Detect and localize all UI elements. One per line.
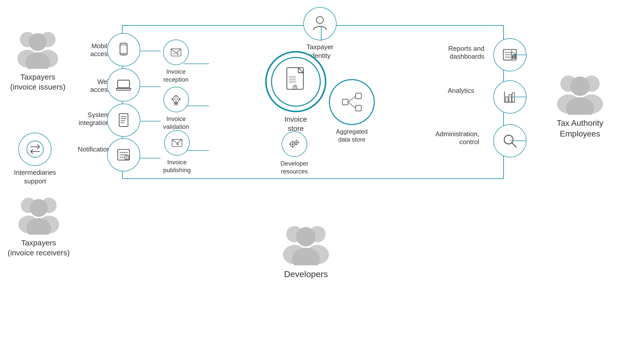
svg-rect-91: [506, 97, 508, 102]
developer-resources-node: Developer resources: [280, 131, 308, 175]
web-access-label-text: Web access: [78, 78, 111, 94]
tax-authority-label: Tax Authority Employees: [557, 118, 603, 139]
svg-rect-88: [514, 54, 516, 59]
developer-resources-circle: [282, 131, 307, 157]
svg-rect-81: [298, 142, 299, 143]
invoice-store-outer-circle: 01010 10101 01010: [265, 51, 326, 112]
svg-rect-54: [179, 98, 181, 100]
svg-line-95: [512, 143, 516, 147]
svg-rect-66: [356, 105, 361, 111]
invoice-validation-node: Invoice validation: [163, 87, 189, 131]
tax-authority-group: Tax Authority Employees: [552, 71, 608, 139]
svg-point-100: [570, 77, 590, 96]
invoice-store-node: 01010 10101 01010 Invoice store: [265, 51, 326, 133]
svg-point-73: [296, 142, 297, 143]
invoice-publishing-node: Invoice publishing: [163, 130, 191, 174]
intermediaries-circle: [18, 133, 51, 166]
mobile-access-circle: [107, 33, 140, 66]
person-icon: [311, 15, 329, 32]
system-integration-label: System integration: [69, 111, 110, 127]
envelope-return-icon: [170, 136, 184, 150]
svg-rect-75: [292, 146, 293, 147]
svg-point-71: [292, 143, 293, 145]
notifications-icon: [115, 146, 132, 164]
svg-rect-79: [296, 144, 297, 145]
taxpayers-issuers-label: Taxpayers (invoice issuers): [10, 72, 66, 92]
invoice-validation-circle: [163, 87, 189, 112]
diagram-container: Taxpayers (invoice issuers) Intermediari…: [0, 0, 644, 349]
mobile-access-label: Mobile access: [78, 42, 111, 58]
administration-control-circle: [493, 124, 526, 157]
svg-text:01010: 01010: [289, 81, 296, 83]
system-integration-node: [107, 104, 140, 137]
svg-rect-74: [292, 141, 293, 142]
analytics-label-text: Analytics: [428, 87, 474, 95]
reports-dashboards-label-text: Reports and dashboards: [433, 45, 484, 60]
invoice-store-inner-circle: 01010 10101 01010: [271, 57, 321, 107]
taxpayers-receivers-group: Taxpayers (invoice receivers): [8, 194, 70, 258]
reports-dashboards-node: [493, 38, 526, 71]
invoice-publishing-circle: [164, 130, 190, 156]
svg-point-64: [294, 87, 295, 88]
svg-point-50: [175, 98, 177, 101]
analytics-node: [493, 80, 526, 114]
notifications-node: [107, 138, 140, 171]
svg-point-106: [296, 227, 316, 246]
aggregated-store-circle: [329, 79, 375, 125]
invoice-validation-label: Invoice validation: [163, 115, 189, 131]
svg-rect-92: [509, 95, 511, 102]
dev-gears-icon: [288, 138, 301, 151]
invoice-store-icon: 01010 10101 01010: [282, 66, 310, 97]
web-access-circle: [107, 68, 140, 102]
svg-rect-87: [512, 55, 514, 59]
taxpayers-receivers-icon: [13, 194, 64, 235]
developer-resources-label: Developer resources: [280, 159, 308, 175]
laptop-icon: [115, 76, 132, 94]
aggregated-data-store-node: Aggregated data store: [329, 79, 375, 143]
svg-point-21: [27, 141, 43, 158]
aggregated-data-store-label: Aggregated data store: [336, 128, 368, 143]
svg-rect-65: [356, 93, 361, 99]
reports-dashboards-circle: [493, 38, 526, 71]
web-access-node: [107, 68, 140, 102]
invoice-reception-label: Invoice reception: [163, 68, 189, 83]
svg-point-26: [30, 199, 48, 217]
svg-point-49: [173, 96, 179, 102]
invoice-reception-circle: [163, 40, 189, 65]
report-icon: [501, 46, 519, 64]
svg-rect-51: [175, 95, 177, 96]
developers-label: Developers: [284, 268, 328, 280]
administration-control-node: [493, 124, 526, 157]
svg-rect-33: [118, 80, 130, 88]
taxpayers-receivers-label: Taxpayers (invoice receivers): [8, 238, 70, 258]
svg-rect-44: [125, 156, 129, 159]
intermediaries-label: Intermediaries support: [14, 168, 56, 186]
svg-rect-80: [294, 142, 295, 143]
gear-badge-icon: [169, 93, 183, 106]
developers-icon: [278, 222, 334, 265]
invoice-reception-node: Invoice reception: [163, 40, 189, 83]
svg-rect-35: [119, 114, 128, 127]
taxpayers-issuers-group: Taxpayers (invoice issuers): [10, 28, 66, 92]
intermediaries-icon: [26, 140, 44, 158]
svg-rect-32: [118, 80, 130, 88]
invoice-publishing-label: Invoice publishing: [163, 158, 191, 174]
svg-rect-53: [172, 98, 173, 100]
envelope-arrow-icon: [169, 46, 183, 59]
svg-rect-76: [289, 143, 290, 145]
svg-line-69: [348, 102, 356, 108]
intermediaries-node: Intermediaries support: [14, 133, 56, 186]
mobile-access-node: [107, 33, 140, 66]
svg-point-19: [29, 33, 47, 51]
developers-group: Developers: [278, 222, 334, 280]
search-icon: [501, 132, 519, 149]
notifications-label: Notifications: [78, 145, 111, 153]
system-integration-circle: [107, 104, 140, 137]
taxpayers-issuers-icon: [12, 28, 63, 69]
svg-line-68: [348, 96, 356, 102]
bar-chart-icon: [501, 88, 519, 106]
svg-rect-67: [342, 99, 348, 105]
svg-rect-93: [512, 93, 514, 102]
svg-point-31: [123, 54, 124, 55]
tax-authority-icon: [552, 71, 608, 115]
